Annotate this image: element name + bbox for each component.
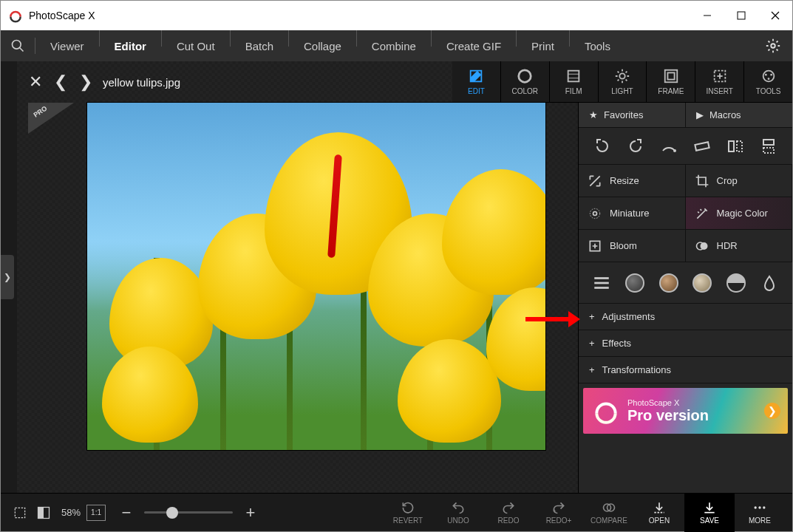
filter-warm-icon[interactable] <box>691 272 713 294</box>
menu-collage[interactable]: Collage <box>293 30 352 61</box>
favorites-button[interactable]: ★Favorites <box>579 103 685 127</box>
bottom-undo[interactable]: UNDO <box>433 494 483 532</box>
chevron-right-icon: ❯ <box>764 403 780 419</box>
bg-toggle-icon[interactable] <box>32 501 55 525</box>
svg-rect-12 <box>763 148 774 153</box>
adjust-hdr[interactable]: HDR <box>686 230 793 262</box>
panel-expand-tab[interactable]: ❯ <box>1 255 14 299</box>
bottom-open[interactable]: OPEN <box>634 494 684 532</box>
plus-icon: + <box>589 338 595 349</box>
svg-point-35 <box>767 78 769 80</box>
filter-bandw-icon[interactable] <box>725 272 747 294</box>
window-title: PhotoScape X <box>29 10 95 21</box>
left-gutter: ❯ <box>1 61 17 493</box>
adjust-bloom[interactable]: Bloom <box>579 230 686 262</box>
svg-point-14 <box>590 208 599 218</box>
tool-tab-color[interactable]: COLOR <box>501 61 550 102</box>
expander-adjustments[interactable]: +Adjustments <box>579 304 792 330</box>
bottom-revert[interactable]: REVERT <box>383 494 433 532</box>
svg-point-4 <box>13 41 21 50</box>
zoom-1to1-button[interactable]: 1:1 <box>86 505 106 521</box>
svg-rect-38 <box>38 507 44 518</box>
bottom-bar: 58% 1:1 − + REVERTUNDOREDO+REDO+COMPAREO… <box>1 493 792 531</box>
prev-file-button[interactable]: ❮ <box>48 69 73 95</box>
plus-icon: + <box>589 311 595 322</box>
filter-sepia-icon[interactable] <box>658 272 680 294</box>
svg-point-43 <box>755 506 757 508</box>
pro-banner[interactable]: PhotoScape X Pro version ❯ <box>583 388 788 434</box>
menu-create-gif[interactable]: Create GIF <box>436 30 511 61</box>
adjust-magic-color[interactable]: Magic Color <box>686 197 793 230</box>
filter-preset-row <box>579 262 792 304</box>
bottom-compare[interactable]: COMPARE <box>584 494 634 532</box>
zoom-out-button[interactable]: − <box>115 501 138 525</box>
menu-viewer[interactable]: Viewer <box>40 30 95 61</box>
menu-print[interactable]: Print <box>521 30 565 61</box>
maximize-button[interactable] <box>724 1 758 30</box>
menubar: ViewerEditorCut OutBatchCollageCombineCr… <box>1 30 792 61</box>
adjust-resize[interactable]: Resize <box>579 165 686 197</box>
tool-tab-frame[interactable]: FRAME <box>647 61 695 102</box>
plus-icon: + <box>589 364 595 375</box>
tool-tab-edit[interactable]: EDIT <box>452 61 501 102</box>
filter-drop-icon[interactable] <box>758 272 780 294</box>
svg-point-33 <box>765 74 767 76</box>
svg-rect-9 <box>729 141 734 151</box>
rotate-ccw-icon[interactable] <box>591 134 614 158</box>
menu-tools[interactable]: Tools <box>574 30 621 61</box>
svg-rect-8 <box>695 142 709 151</box>
tool-tab-tools[interactable]: TOOLS <box>744 61 792 102</box>
bottom-save[interactable]: SAVE <box>684 494 735 532</box>
svg-line-5 <box>20 48 24 52</box>
macros-button[interactable]: ▶Macros <box>685 103 792 127</box>
adjust-miniature[interactable]: Miniature <box>579 197 686 230</box>
tool-tab-light[interactable]: LIGHT <box>599 61 647 102</box>
bottom-redo[interactable]: REDO <box>483 494 534 532</box>
tool-tab-insert[interactable]: INSERT <box>695 61 744 102</box>
close-button[interactable] <box>758 1 792 30</box>
svg-rect-10 <box>737 141 742 151</box>
filter-gray-icon[interactable] <box>624 272 646 294</box>
star-icon: ★ <box>589 109 598 120</box>
tool-tab-film[interactable]: FILM <box>550 61 599 102</box>
svg-point-34 <box>770 74 772 76</box>
filter-list-icon[interactable] <box>591 272 613 294</box>
svg-point-32 <box>763 71 774 82</box>
search-icon[interactable] <box>5 33 30 58</box>
rotate-cw-icon[interactable] <box>624 134 647 158</box>
settings-button[interactable] <box>758 31 788 61</box>
minimize-button[interactable] <box>690 1 724 30</box>
flip-vertical-icon[interactable] <box>757 134 780 158</box>
svg-point-7 <box>673 149 676 152</box>
app-logo-icon <box>8 8 23 23</box>
expander-effects[interactable]: +Effects <box>579 330 792 357</box>
next-file-button[interactable]: ❯ <box>73 69 98 95</box>
expander-transformations[interactable]: +Transformations <box>579 357 792 383</box>
bottom-redo-plus[interactable]: +REDO+ <box>534 494 584 532</box>
close-file-button[interactable]: ✕ <box>23 69 48 95</box>
menu-combine[interactable]: Combine <box>361 30 426 61</box>
zoom-in-button[interactable]: + <box>239 501 262 525</box>
svg-point-26 <box>619 73 624 78</box>
file-name: yellow tulips.jpg <box>103 76 180 89</box>
banner-brand: PhotoScape X <box>627 398 709 407</box>
right-panel: ★Favorites ▶Macros ResizeCropMiniatureMa… <box>578 103 792 493</box>
menu-batch[interactable]: Batch <box>235 30 284 61</box>
banner-line: Pro version <box>627 407 709 424</box>
rotate-row <box>579 128 792 165</box>
flip-horizontal-icon[interactable] <box>724 134 747 158</box>
svg-point-17 <box>700 242 707 250</box>
menu-editor[interactable]: Editor <box>104 30 157 61</box>
rotate-angle-icon[interactable] <box>657 134 681 158</box>
svg-rect-27 <box>665 70 678 83</box>
svg-rect-23 <box>568 71 579 82</box>
bottom-more[interactable]: MORE <box>735 494 785 532</box>
zoom-percent[interactable]: 58% <box>61 507 81 518</box>
menu-cut-out[interactable]: Cut Out <box>166 30 225 61</box>
image-canvas[interactable] <box>87 103 545 450</box>
adjust-crop[interactable]: Crop <box>686 165 793 197</box>
select-tool-icon[interactable] <box>8 501 32 525</box>
straighten-icon[interactable] <box>690 134 714 158</box>
zoom-slider[interactable] <box>144 505 233 520</box>
titlebar: PhotoScape X <box>1 1 792 30</box>
